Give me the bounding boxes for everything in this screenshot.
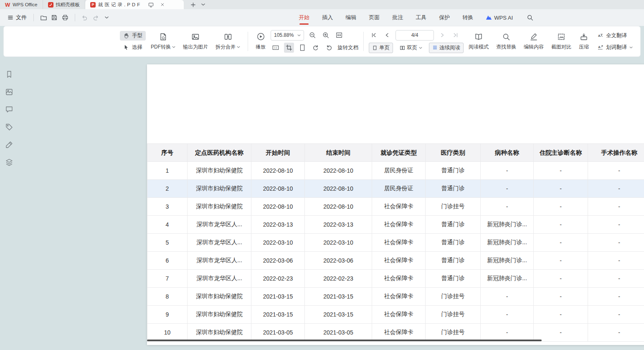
table-cell: 2021-03-05 — [305, 324, 372, 342]
table-row: 3深圳市妇幼保健院2022-08-102022-08-10社会保障卡门诊挂号--… — [147, 198, 644, 216]
find-replace-label: 查找替换 — [496, 43, 516, 51]
read-mode-button[interactable]: 阅读模式 — [466, 31, 491, 52]
redo-button[interactable] — [90, 12, 101, 23]
table-row: 10深圳市妇幼保健院2021-03-052021-03-05社会保障卡门诊挂号-… — [147, 324, 644, 342]
menu-tab-edit[interactable]: 编辑 — [345, 10, 357, 26]
table-cell: 2022-03-10 — [251, 234, 305, 252]
edit-content-button[interactable]: 编辑内容 — [521, 31, 546, 52]
table-row: 2深圳市妇幼保健院2022-08-102022-08-10居民身份证普通门诊--… — [147, 180, 644, 198]
undo-history-chevron-icon[interactable] — [101, 12, 112, 23]
table-cell: - — [481, 180, 534, 198]
menu-tab-start[interactable]: 开始 — [298, 10, 310, 26]
fit-page-icon[interactable] — [284, 43, 294, 53]
zoom-select[interactable]: 105.88% — [271, 30, 304, 41]
chevron-down-icon — [297, 34, 301, 36]
previous-page-icon[interactable] — [382, 30, 392, 40]
docer-icon — [48, 2, 53, 8]
menu-tab-page[interactable]: 页面 — [368, 10, 380, 26]
left-panel-rail — [0, 57, 18, 350]
next-page-icon[interactable] — [437, 30, 447, 40]
save-button[interactable] — [49, 12, 60, 23]
export-image-label: 输出为图片 — [183, 43, 208, 51]
comment-panel-icon[interactable] — [5, 105, 13, 114]
word-translate-label: 划词翻译 — [606, 44, 627, 51]
word-translate-button[interactable]: A 划词翻译 — [594, 43, 636, 52]
docer-tab-label: 找稻壳模板 — [56, 2, 80, 8]
double-page-button[interactable]: 双页 — [396, 43, 426, 53]
first-page-icon[interactable] — [369, 30, 379, 40]
table-cell: 5 — [147, 234, 188, 252]
table-cell: - — [534, 306, 588, 324]
split-merge-button[interactable]: 拆分合并 — [213, 31, 243, 52]
new-tab-button[interactable] — [188, 0, 198, 9]
compress-button[interactable]: 压缩 — [576, 31, 591, 52]
tab-list-chevron-icon[interactable] — [198, 0, 208, 9]
tab-document[interactable]: P 就医记录.PDF — [85, 0, 184, 9]
page-width-icon[interactable] — [297, 43, 307, 53]
menu-tab-protect[interactable]: 保护 — [438, 10, 451, 26]
signature-panel-icon[interactable] — [5, 141, 13, 149]
zoom-in-icon[interactable] — [321, 30, 331, 40]
search-icon[interactable] — [525, 12, 535, 23]
file-menu-button[interactable]: 文件 — [5, 12, 29, 23]
table-header-row: 序号定点医药机构名称开始时间结束时间就诊凭证类型医疗类别病种名称住院主诊断名称手… — [147, 144, 644, 162]
continuous-read-button[interactable]: 连续阅读 — [429, 43, 464, 53]
table-cell: - — [534, 288, 588, 306]
table-cell: - — [481, 162, 534, 180]
table-cell: 社会保障卡 — [372, 324, 426, 342]
column-header: 开始时间 — [251, 144, 305, 162]
menu-tab-convert[interactable]: 转换 — [461, 10, 474, 26]
rotate-left-icon[interactable] — [311, 43, 321, 53]
export-image-button[interactable]: 输出为图片 — [180, 31, 210, 52]
table-cell: 3 — [147, 198, 188, 216]
rotate-right-icon[interactable] — [324, 43, 334, 53]
menu-tab-insert[interactable]: 插入 — [321, 10, 334, 26]
table-cell: 8 — [147, 288, 188, 306]
last-page-icon[interactable] — [451, 30, 461, 40]
hand-tool-button[interactable]: 手型 — [120, 31, 146, 41]
full-translate-button[interactable]: A 全文翻译 — [594, 31, 636, 41]
monitor-icon[interactable] — [146, 2, 156, 8]
menu-tab-annotate[interactable]: 批注 — [391, 10, 404, 26]
menu-tab-wps-ai[interactable]: WPS AI — [485, 10, 514, 25]
table-cell: 2022-03-10 — [305, 234, 372, 252]
column-header: 病种名称 — [481, 144, 534, 162]
bookmark-panel-icon[interactable] — [5, 70, 13, 79]
play-button[interactable]: 播放 — [253, 31, 268, 52]
table-cell: - — [588, 180, 644, 198]
pdf-convert-button[interactable]: PDF转换 — [148, 31, 178, 52]
file-menu-label: 文件 — [16, 14, 27, 21]
document-scroll-area: 序号定点医药机构名称开始时间结束时间就诊凭证类型医疗类别病种名称住院主诊断名称手… — [18, 57, 644, 350]
print-button[interactable] — [60, 12, 71, 23]
tag-panel-icon[interactable] — [5, 123, 13, 131]
table-cell: 2021-03-05 — [251, 324, 305, 342]
menu-tab-tools[interactable]: 工具 — [415, 10, 427, 26]
actual-size-icon[interactable]: 1:1 — [271, 43, 281, 53]
find-replace-button[interactable]: 查找替换 — [494, 31, 519, 52]
table-cell: 2022-08-10 — [251, 162, 305, 180]
open-file-button[interactable] — [38, 12, 49, 23]
single-page-button[interactable]: 单页 — [369, 43, 393, 53]
undo-button[interactable] — [79, 12, 90, 23]
select-tool-button[interactable]: 选择 — [120, 43, 146, 52]
table-cell: 4 — [147, 216, 188, 234]
table-cell: 深圳市妇幼保健院 — [188, 324, 251, 342]
fit-width-icon[interactable] — [334, 30, 344, 40]
table-cell: 2022-03-13 — [305, 216, 372, 234]
wps-logo-icon: W — [5, 2, 10, 8]
screenshot-compare-button[interactable]: 截图对比 — [549, 31, 574, 52]
page-number-input[interactable]: 4/4 — [396, 30, 434, 41]
thumbnail-panel-icon[interactable] — [5, 88, 13, 96]
zoom-out-icon[interactable] — [307, 30, 317, 40]
table-cell: 普通门诊 — [426, 162, 481, 180]
tab-docer-templates[interactable]: 找稻壳模板 — [43, 0, 86, 9]
close-tab-icon[interactable] — [157, 3, 167, 7]
table-cell: - — [588, 252, 644, 270]
layers-panel-icon[interactable] — [5, 158, 13, 166]
tab-wps-office[interactable]: W WPS Office — [0, 0, 43, 9]
table-horizontal-scrollbar[interactable] — [147, 340, 542, 341]
table-row: 6深圳市龙华区人...2022-03-062022-03-06社会保障卡普通门诊… — [147, 252, 644, 270]
table-cell: 深圳市龙华区人... — [188, 234, 251, 252]
rotate-document-button[interactable]: 旋转文档 — [337, 44, 358, 51]
table-cell: 深圳市妇幼保健院 — [188, 288, 251, 306]
